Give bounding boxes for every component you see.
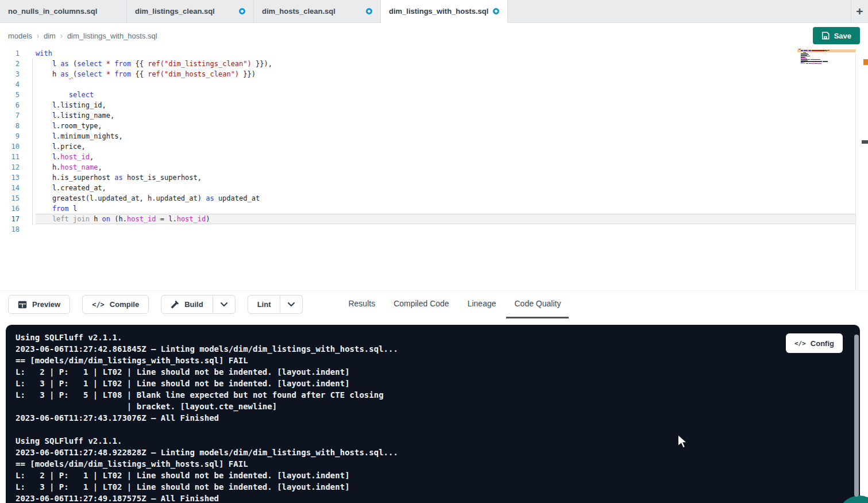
tab-bar-spacer [508, 0, 851, 23]
terminal-line: Using SQLFluff v2.1.1. [16, 435, 860, 447]
line-number: 12 [0, 162, 20, 172]
action-toolbar: Preview </> Compile Build Lint [0, 290, 868, 318]
code-line-15[interactable]: 15 greatest(l.updated_at, h.updated_at) … [0, 193, 868, 203]
code-text [36, 224, 855, 235]
code-line-7[interactable]: 7 l.listing_name, [0, 110, 868, 121]
tab-label: dim_listings_with_hosts.sql [389, 7, 488, 16]
code-text: select [36, 90, 855, 100]
code-text: l.host_id, [36, 152, 855, 162]
line-number: 1 [0, 48, 20, 59]
code-text: l.minimum_nights, [36, 131, 855, 141]
code-text: l.room_type, [36, 121, 855, 131]
terminal-line [16, 424, 860, 435]
tab-list: no_nulls_in_columns.sqldim_listings_clea… [0, 0, 508, 23]
code-line-10[interactable]: 10 l.price, [0, 141, 868, 152]
line-number: 16 [0, 203, 20, 214]
code-text: l.listing_name, [36, 110, 855, 121]
terminal-line: 2023-06-06T11:27:42.861845Z — Linting mo… [16, 343, 860, 355]
line-number: 10 [0, 141, 20, 152]
terminal-line: L: 2 | P: 1 | LT02 | Line should not be … [16, 366, 860, 378]
terminal-line: | bracket. [layout.cte_newline] [16, 401, 860, 412]
code-line-4[interactable]: 4 [0, 79, 868, 90]
line-number: 14 [0, 183, 20, 193]
compile-button[interactable]: </> Compile [82, 295, 149, 314]
save-button[interactable]: Save [813, 27, 860, 44]
code-icon: </> [92, 301, 105, 309]
tab-no_nulls_in_columns.sql[interactable]: no_nulls_in_columns.sql [0, 0, 127, 23]
code-text: l.listing_id, [36, 100, 855, 110]
code-line-12[interactable]: 12 h.host_name, [0, 162, 868, 172]
minimap[interactable] [798, 49, 839, 65]
lint-warning-marker-icon [863, 59, 868, 65]
build-dropdown-button[interactable] [213, 295, 236, 314]
terminal-lines: Using SQLFluff v2.1.1.2023-06-06T11:27:4… [16, 332, 860, 503]
code-editor[interactable]: 1with2 l as (select * from {{ ref("dim_l… [0, 48, 868, 290]
panel-tab-results[interactable]: Results [340, 291, 383, 318]
terminal-line: L: 3 | P: 1 | LT02 | Line should not be … [16, 481, 860, 493]
terminal-line: 2023-06-06T11:27:48.922828Z — Linting mo… [16, 447, 860, 458]
code-line-11[interactable]: 11 l.host_id, [0, 152, 868, 162]
code-text: h.host_name, [36, 162, 855, 172]
code-text: left join h on (h.host_id = l.host_id) [36, 214, 855, 224]
table-icon [18, 301, 27, 309]
preview-button[interactable]: Preview [8, 295, 70, 314]
line-number: 8 [0, 121, 20, 131]
terminal-line: L: 2 | P: 1 | LT02 | Line should not be … [16, 470, 860, 481]
code-line-16[interactable]: 16 from l [0, 203, 868, 214]
line-number: 18 [0, 224, 20, 235]
line-number: 6 [0, 100, 20, 110]
config-button-label: Config [811, 339, 834, 348]
hammer-icon [171, 300, 179, 309]
code-text: greatest(l.updated_at, h.updated_at) as … [36, 193, 855, 203]
tab-dim_hosts_clean.sql[interactable]: dim_hosts_clean.sql [254, 0, 381, 23]
code-text: l as (select * from {{ ref("dim_listings… [36, 59, 855, 69]
terminal-output: Using SQLFluff v2.1.1.2023-06-06T11:27:4… [6, 325, 860, 503]
tab-label: dim_listings_clean.sql [135, 7, 215, 16]
chevron-right-icon: › [37, 30, 39, 41]
line-number: 9 [0, 131, 20, 141]
breadcrumb-item: dim_listings_with_hosts.sql [67, 32, 157, 40]
compile-button-label: Compile [110, 300, 139, 309]
tab-label: dim_hosts_clean.sql [262, 7, 335, 16]
code-line-6[interactable]: 6 l.listing_id, [0, 100, 868, 110]
terminal-line: L: 3 | P: 1 | LT02 | Line should not be … [16, 378, 860, 389]
chevron-right-icon: › [60, 30, 63, 41]
tab-dim_listings_clean.sql[interactable]: dim_listings_clean.sql [127, 0, 254, 23]
lint-button[interactable]: Lint [248, 295, 281, 314]
chevron-down-icon [221, 302, 227, 306]
code-line-1[interactable]: 1with [0, 48, 868, 59]
code-line-8[interactable]: 8 l.room_type, [0, 121, 868, 131]
terminal-line: == [models/dim/dim_listings_with_hosts.s… [16, 458, 860, 470]
editor-scrollbar-thumb[interactable] [862, 140, 868, 144]
line-number: 11 [0, 152, 20, 162]
line-number: 15 [0, 193, 20, 203]
code-line-9[interactable]: 9 l.minimum_nights, [0, 131, 868, 141]
lint-button-label: Lint [257, 300, 271, 309]
terminal-scrollbar-thumb[interactable] [854, 335, 859, 497]
panel-tab-compiled-code[interactable]: Compiled Code [385, 291, 457, 318]
save-button-label: Save [834, 32, 851, 40]
line-number: 2 [0, 59, 20, 69]
tab-dim_listings_with_hosts.sql[interactable]: dim_listings_with_hosts.sql [381, 0, 508, 23]
code-line-2[interactable]: 2 l as (select * from {{ ref("dim_listin… [0, 59, 868, 69]
line-number: 17 [0, 214, 20, 224]
terminal-line: L: 3 | P: 5 | LT08 | Blank line expected… [16, 389, 860, 401]
new-tab-button[interactable]: + [851, 0, 868, 23]
code-line-5[interactable]: 5 select [0, 90, 868, 100]
build-button[interactable]: Build [161, 295, 213, 314]
code-line-3[interactable]: 3 h as (select * from {{ ref("dim_hosts_… [0, 69, 868, 79]
panel-tab-lineage[interactable]: Lineage [460, 291, 504, 318]
tab-label: no_nulls_in_columns.sql [8, 7, 97, 16]
code-text: l.created_at, [36, 183, 855, 193]
code-line-14[interactable]: 14 l.created_at, [0, 183, 868, 193]
chevron-down-icon [288, 302, 295, 306]
config-button[interactable]: </> Config [786, 333, 843, 353]
panel-tab-code-quality[interactable]: Code Quality [506, 291, 569, 318]
code-line-18[interactable]: 18 [0, 224, 868, 235]
code-line-17[interactable]: 17 left join h on (h.host_id = l.host_id… [0, 214, 868, 224]
plus-icon: + [856, 5, 863, 18]
unsaved-changes-dot-icon [366, 8, 372, 14]
code-line-13[interactable]: 13 h.is_superhost as host_is_superhost, [0, 172, 868, 183]
breadcrumb: models›dim›dim_listings_with_hosts.sql [8, 32, 157, 40]
lint-dropdown-button[interactable] [280, 295, 303, 314]
